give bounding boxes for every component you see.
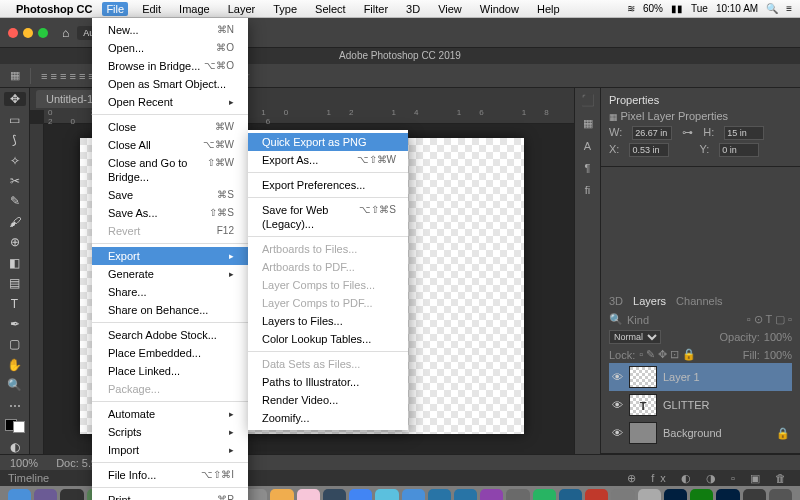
lasso-tool[interactable]: ⟆ [4, 133, 26, 147]
eyedropper-tool[interactable]: ✎ [4, 194, 26, 208]
file-menu-scripts[interactable]: Scripts [92, 423, 248, 441]
zoom-tool[interactable]: 🔍 [4, 378, 26, 392]
file-menu-close[interactable]: Close⌘W [92, 118, 248, 136]
file-menu-file-info-[interactable]: File Info...⌥⇧⌘I [92, 466, 248, 484]
file-menu-save[interactable]: Save⌘S [92, 186, 248, 204]
menu-image[interactable]: Image [175, 2, 214, 16]
marquee-tool[interactable]: ▭ [4, 112, 26, 126]
ellipsis-tool[interactable]: ⋯ [4, 399, 26, 413]
menu-edit[interactable]: Edit [138, 2, 165, 16]
layer-row[interactable]: 👁TGLITTER [609, 391, 792, 419]
home-icon[interactable]: ⌂ [62, 26, 69, 40]
fill-value[interactable]: 100% [764, 349, 792, 361]
fg-bg-swatch[interactable] [5, 419, 25, 433]
file-menu-search-adobe-stock-[interactable]: Search Adobe Stock... [92, 326, 248, 344]
pen-tool[interactable]: ✒ [4, 317, 26, 331]
export-menu-layers-to-files-[interactable]: Layers to Files... [248, 312, 408, 330]
visibility-icon[interactable]: 👁 [611, 427, 623, 439]
dock-app-26[interactable] [690, 489, 713, 500]
menu-file[interactable]: File [102, 2, 128, 16]
file-menu-share-[interactable]: Share... [92, 283, 248, 301]
layer-name[interactable]: GLITTER [663, 399, 709, 411]
type-tool[interactable]: T [4, 296, 26, 310]
dock-app-15[interactable] [402, 489, 425, 500]
menu-3d[interactable]: 3D [402, 2, 424, 16]
eraser-tool[interactable]: ◧ [4, 256, 26, 270]
dock-app-28[interactable] [743, 489, 766, 500]
blend-mode-select[interactable]: Normal [609, 330, 661, 344]
dock-app-23[interactable] [611, 489, 634, 500]
link-wh-icon[interactable]: ⊶ [682, 126, 693, 140]
menu-window[interactable]: Window [476, 2, 523, 16]
y-input[interactable] [719, 143, 759, 157]
export-menu-render-video-[interactable]: Render Video... [248, 391, 408, 409]
layer-row[interactable]: 👁Background🔒 [609, 419, 792, 447]
zoom-level[interactable]: 100% [10, 457, 38, 469]
export-menu-paths-to-illustrator-[interactable]: Paths to Illustrator... [248, 373, 408, 391]
dock-app-18[interactable] [480, 489, 503, 500]
file-menu-generate[interactable]: Generate [92, 265, 248, 283]
dock-app-16[interactable] [428, 489, 451, 500]
file-menu-print-[interactable]: Print...⌘P [92, 491, 248, 500]
dock-app-22[interactable] [585, 489, 608, 500]
dock-app-24[interactable] [638, 489, 661, 500]
layer-name[interactable]: Layer 1 [663, 371, 700, 383]
dock-app-21[interactable] [559, 489, 582, 500]
visibility-icon[interactable]: 👁 [611, 399, 623, 411]
properties-tab[interactable]: Properties [609, 94, 659, 106]
file-menu-open-[interactable]: Open...⌘O [92, 39, 248, 57]
layer-panel-footer-icons[interactable]: ⊕ fx ◐ ◑ ▫ ▣ 🗑 [627, 472, 792, 485]
opacity-value[interactable]: 100% [764, 331, 792, 343]
height-input[interactable] [724, 126, 764, 140]
shape-tool[interactable]: ▢ [4, 337, 26, 351]
3d-tab[interactable]: 3D [609, 295, 623, 307]
color-panel-icon[interactable]: ⬛ [581, 94, 595, 107]
wand-tool[interactable]: ✧ [4, 153, 26, 167]
width-input[interactable] [632, 126, 672, 140]
layer-thumb[interactable] [629, 422, 657, 444]
crop-tool[interactable]: ✂ [4, 174, 26, 188]
dock-app-1[interactable] [34, 489, 57, 500]
character-panel-icon[interactable]: A [584, 140, 591, 152]
layer-thumb[interactable] [629, 366, 657, 388]
glyphs-panel-icon[interactable]: fi [585, 184, 591, 196]
brush-tool[interactable]: 🖌 [4, 215, 26, 229]
menu-layer[interactable]: Layer [224, 2, 260, 16]
menu-help[interactable]: Help [533, 2, 564, 16]
layers-tab[interactable]: Layers [633, 295, 666, 307]
layer-thumb[interactable]: T [629, 394, 657, 416]
move-tool[interactable]: ✥ [4, 92, 26, 106]
menu-select[interactable]: Select [311, 2, 350, 16]
export-menu-save-for-web-legacy-[interactable]: Save for Web (Legacy)...⌥⇧⌘S [248, 201, 408, 233]
lock-icons[interactable]: ▫ ✎ ✥ ⊡ 🔒 [639, 348, 696, 361]
file-menu-new-[interactable]: New...⌘N [92, 21, 248, 39]
gradient-tool[interactable]: ▤ [4, 276, 26, 290]
traffic-lights[interactable] [8, 28, 48, 38]
dock-app-10[interactable] [270, 489, 293, 500]
dock-app-25[interactable] [664, 489, 687, 500]
dock-app-12[interactable] [323, 489, 346, 500]
dock-app-27[interactable] [716, 489, 739, 500]
export-menu-export-preferences-[interactable]: Export Preferences... [248, 176, 408, 194]
layer-name[interactable]: Background [663, 427, 722, 439]
filter-icons[interactable]: ▫ ⊙ T ▢ ▫ [747, 313, 792, 326]
file-menu-save-as-[interactable]: Save As...⇧⌘S [92, 204, 248, 222]
dock-app-17[interactable] [454, 489, 477, 500]
file-menu-automate[interactable]: Automate [92, 405, 248, 423]
channels-tab[interactable]: Channels [676, 295, 722, 307]
arrange-icon[interactable]: ▦ [10, 69, 20, 82]
file-menu-open-recent[interactable]: Open Recent [92, 93, 248, 111]
mask-mode[interactable]: ◐ [4, 439, 26, 453]
menu-view[interactable]: View [434, 2, 466, 16]
file-menu-place-embedded-[interactable]: Place Embedded... [92, 344, 248, 362]
paragraph-panel-icon[interactable]: ¶ [585, 162, 591, 174]
filter-kind-icon[interactable]: 🔍 [609, 313, 623, 326]
control-center-icon[interactable]: ≡ [786, 3, 792, 14]
stamp-tool[interactable]: ⊕ [4, 235, 26, 249]
file-menu-close-and-go-to-bridge-[interactable]: Close and Go to Bridge...⇧⌘W [92, 154, 248, 186]
layer-row[interactable]: 👁Layer 1 [609, 363, 792, 391]
app-name[interactable]: Photoshop CC [16, 3, 92, 15]
menu-filter[interactable]: Filter [360, 2, 392, 16]
x-input[interactable] [629, 143, 669, 157]
export-menu-color-lookup-tables-[interactable]: Color Lookup Tables... [248, 330, 408, 348]
